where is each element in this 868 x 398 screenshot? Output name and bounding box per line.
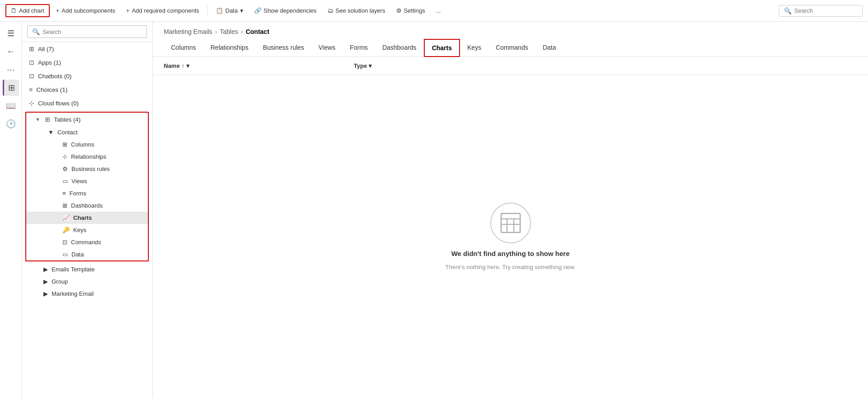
breadcrumb-marketing-emails[interactable]: Marketing Emails [164,28,212,35]
sidebar-child-business-rules[interactable]: ⚙ Business rules [26,163,148,175]
apps-icon: ⊡ [29,59,34,66]
icon-rail: ☰ ← ⋯ ⊞ 📖 🕑 [0,22,22,398]
rail-table-icon[interactable]: ⊞ [3,80,19,96]
all-icon: ⊞ [29,45,34,52]
rail-history-icon[interactable]: 🕑 [3,116,19,132]
col-header-name[interactable]: Name ↑ ▾ [164,62,345,69]
business-rules-icon: ⚙ [62,166,68,172]
marketing-email-chevron-icon: ▶ [43,290,48,297]
views-icon: ▭ [62,178,68,185]
toolbar-search-icon: 🔍 [784,7,792,14]
type-sort-dropdown-icon[interactable]: ▾ [369,62,372,69]
rail-dots-icon[interactable]: ⋯ [3,62,19,78]
name-sort-asc-icon: ↑ [181,62,185,69]
add-required-button[interactable]: + Add required components [122,5,204,16]
separator-1 [207,5,208,16]
sidebar-child-columns[interactable]: ⊞ Columns [26,138,148,151]
empty-subtitle: There's nothing here. Try creating somet… [446,264,576,270]
sidebar-child-charts[interactable]: 📈 Charts [26,212,148,224]
sidebar-group-tables: ▼ ⊞ Tables (4) ▼ Contact ⊞ Columns ⊹ Rel… [25,112,149,261]
sidebar-item-cloud-flows[interactable]: ⊹ Cloud flows (0) [22,96,152,110]
add-chart-button[interactable]: 🗒 Add chart [5,4,50,17]
content-area: Marketing Emails › Tables › Contact Colu… [153,22,868,398]
relationships-icon: ⊹ [62,153,67,160]
sidebar-item-chatbots[interactable]: ⊡ Chatbots (0) [22,69,152,83]
tab-charts[interactable]: Charts [424,39,460,57]
data-button[interactable]: 📋 Data ▾ [211,5,247,16]
tab-data[interactable]: Data [536,39,564,57]
main-body: ☰ ← ⋯ ⊞ 📖 🕑 🔍 ⊞ All (7) ⊡ Apps (1) [0,22,868,398]
sidebar-item-group[interactable]: ▶ Group [22,275,152,288]
cloud-flows-icon: ⊹ [29,100,34,107]
contact-chevron-icon: ▼ [48,129,54,136]
sidebar-child-views[interactable]: ▭ Views [26,175,148,187]
data-chevron-icon: ▾ [240,7,243,14]
settings-icon: ⚙ [396,7,402,14]
emails-template-chevron-icon: ▶ [43,266,48,273]
sidebar-child-dashboards[interactable]: ⊞ Dashboards [26,199,148,212]
toolbar-search[interactable]: 🔍 [779,5,863,17]
tables-chevron-icon: ▼ [35,117,40,122]
sidebar-child-relationships[interactable]: ⊹ Relationships [26,151,148,163]
data-nav-icon: ▭ [62,251,68,258]
chatbots-icon: ⊡ [29,72,34,80]
forms-icon: ≡ [62,190,66,197]
sidebar-item-all[interactable]: ⊞ All (7) [22,42,152,56]
breadcrumb-contact: Contact [246,28,269,35]
sidebar-search-container: 🔍 [22,22,152,42]
breadcrumb: Marketing Emails › Tables › Contact [153,22,868,39]
tabs: Columns Relationships Business rules Vie… [153,39,868,57]
tab-keys[interactable]: Keys [460,39,489,57]
layers-icon: 🗂 [327,7,333,14]
keys-icon: 🔑 [62,227,70,233]
sidebar-item-tables[interactable]: ▼ ⊞ Tables (4) [26,113,148,126]
settings-button[interactable]: ⚙ Settings [392,5,430,16]
dashboards-icon: ⊞ [62,202,67,209]
tab-commands[interactable]: Commands [489,39,536,57]
sidebar-item-emails-template[interactable]: ▶ Emails Template [22,263,152,275]
sidebar-item-choices[interactable]: ≡ Choices (1) [22,83,152,96]
sidebar-child-commands[interactable]: ⊡ Commands [26,236,148,248]
empty-icon-circle [490,203,531,243]
sidebar-nav: ⊞ All (7) ⊡ Apps (1) ⊡ Chatbots (0) ≡ Ch… [22,42,152,398]
table-header: Name ↑ ▾ Type ▾ [153,57,868,75]
plus-icon-sub: + [56,7,60,14]
sidebar-item-contact[interactable]: ▼ Contact [26,126,148,138]
sidebar-child-keys[interactable]: 🔑 Keys [26,224,148,236]
see-solution-layers-button[interactable]: 🗂 See solution layers [323,5,390,16]
toolbar-search-input[interactable] [794,7,858,14]
sidebar-item-marketing-email[interactable]: ▶ Marketing Email [22,288,152,300]
tab-columns[interactable]: Columns [164,39,203,57]
sidebar-item-apps[interactable]: ⊡ Apps (1) [22,56,152,69]
tab-views[interactable]: Views [311,39,342,57]
tab-forms[interactable]: Forms [342,39,375,57]
empty-title: We didn't find anything to show here [451,250,570,257]
breadcrumb-sep-1: › [215,28,217,35]
tab-business-rules[interactable]: Business rules [256,39,311,57]
sidebar: 🔍 ⊞ All (7) ⊡ Apps (1) ⊡ Chatbots (0) [22,22,153,398]
sidebar-search-inner[interactable]: 🔍 [27,25,147,38]
breadcrumb-tables[interactable]: Tables [220,28,238,35]
rail-back-icon[interactable]: ← [3,43,19,60]
show-dependencies-button[interactable]: 🔗 Show dependencies [250,5,321,16]
toolbar: 🗒 Add chart + Add subcomponents + Add re… [0,0,868,22]
sidebar-search-input[interactable] [43,28,142,35]
add-subcomponents-button[interactable]: + Add subcomponents [52,5,120,16]
tab-relationships[interactable]: Relationships [203,39,256,57]
sidebar-child-data[interactable]: ▭ Data [26,248,148,261]
empty-state: We didn't find anything to show here The… [153,75,868,398]
tab-dashboards[interactable]: Dashboards [375,39,424,57]
plus-icon-req: + [126,7,130,14]
more-button[interactable]: ... [432,5,446,16]
sidebar-search-icon: 🔍 [32,28,40,35]
svg-rect-0 [501,213,520,232]
data-icon: 📋 [216,7,223,14]
tables-icon: ⊞ [45,116,50,123]
rail-book-icon[interactable]: 📖 [3,98,19,114]
choices-icon: ≡ [29,86,33,93]
sidebar-child-forms[interactable]: ≡ Forms [26,187,148,199]
rail-menu-icon[interactable]: ☰ [3,25,19,42]
name-sort-dropdown-icon[interactable]: ▾ [186,62,190,69]
dependencies-icon: 🔗 [254,7,261,14]
col-header-type[interactable]: Type ▾ [354,62,857,69]
